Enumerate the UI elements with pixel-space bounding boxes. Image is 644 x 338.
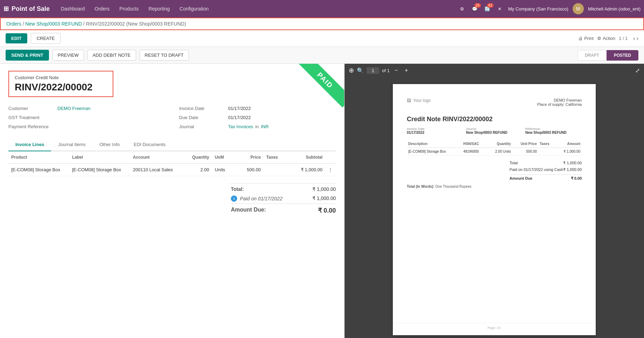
topbar-right: ⚙ 💬 26 🔄 43 ✕ My Company (San Francisco)… (458, 3, 641, 14)
tab-edi-documents[interactable]: EDI Documents (127, 138, 172, 151)
due-date-value: 01/17/2022 (228, 115, 251, 120)
pdf-page-input[interactable]: 1 (367, 67, 379, 74)
prev-page-button[interactable]: ‹ (633, 35, 635, 42)
pdf-company-name: DEMO Freeman (537, 98, 582, 102)
pdf-title: Credit Note RINV/2022/00002 (407, 116, 582, 123)
amount-due-value: ₹ 0.00 (318, 207, 336, 214)
pdf-meta: Invoice Date: 01/17/2022 Source: New Sho… (407, 127, 582, 134)
customer-value[interactable]: DEMO Freeman (57, 106, 91, 111)
cell-label: [E-COM08] Storage Box (69, 164, 130, 176)
pdf-words-in-words: Total (In Words): One Thousand Rupees (407, 182, 582, 188)
total-value: ₹ 1,000.00 (312, 186, 336, 192)
pdf-amount-due-value: ₹ 0.00 (571, 176, 582, 181)
pdf-zoom-in-button[interactable]: + (403, 67, 410, 74)
settings-icon[interactable]: ⚙ (458, 5, 466, 13)
cell-row-actions[interactable]: ⋮ (325, 164, 336, 176)
pdf-words-value: One Thousand Rupees (435, 185, 471, 188)
breadcrumb-orders[interactable]: Orders (6, 21, 21, 27)
table-row: [E-COM08] Storage Box [E-COM08] Storage … (8, 164, 336, 176)
form-panel: PAID Customer Credit Note RINV/2022/0000… (0, 64, 345, 338)
total-row: Total: ₹ 1,000.00 (231, 183, 336, 194)
paid-label: Paid on 01/17/2022 (240, 196, 282, 201)
breadcrumb-shop[interactable]: New Shop/0003 REFUND (25, 21, 82, 27)
nav-reporting[interactable]: Reporting (144, 4, 174, 14)
pdf-toolbar: ⊕ 🔍 1 of 1 − + ⤢ (345, 64, 644, 77)
pdf-copy-icon[interactable]: ⊕ (349, 67, 354, 74)
pdf-page-total: of 1 (382, 68, 390, 73)
pdf-cell-qty: 2.00 Units (487, 148, 512, 156)
action-button[interactable]: ⚙ Action (597, 36, 615, 41)
journal-currency[interactable]: INR (261, 124, 269, 129)
col-header-account: Account (130, 151, 184, 164)
messages-icon[interactable]: 💬 26 (470, 5, 479, 13)
col-header-subtotal: Subtotal (291, 151, 325, 164)
form-fields: Customer DEMO Freeman GST Treatment Paym… (8, 104, 336, 131)
user-avatar[interactable]: M (573, 3, 584, 14)
pdf-col-qty: Quantity (487, 140, 512, 148)
col-header-actions (325, 151, 336, 164)
due-date-row: Due Date 01/17/2022 (179, 113, 336, 122)
due-date-label: Due Date (179, 115, 228, 120)
nav-dashboard[interactable]: Dashboard (57, 4, 89, 14)
create-button[interactable]: CREATE (31, 33, 61, 44)
invoice-date-row: Invoice Date 01/17/2022 (179, 104, 336, 113)
pdf-cell-desc: [E-COM08] Storage Box (407, 148, 462, 156)
messages-badge: 26 (474, 3, 481, 8)
info-icon[interactable]: i (231, 195, 237, 202)
cell-product[interactable]: [E-COM08] Storage Box (8, 164, 69, 176)
pdf-paid-row: Paid on 01/17/2022 using Cash ₹ 1,000.00 (510, 166, 582, 173)
breadcrumb-current: RINV/2022/00002 (New Shop/0003 REFUND) (86, 21, 186, 27)
journal-label: Journal (179, 124, 228, 129)
col-header-uom: UoM (212, 151, 236, 164)
pdf-paid-value: ₹ 1,000.00 (563, 167, 582, 172)
send-print-button[interactable]: SEND & PRINT (6, 50, 49, 61)
pdf-inv-date-label: Invoice Date: (407, 127, 463, 131)
col-header-product: Product (8, 151, 69, 164)
gear-icon: ⚙ (597, 36, 601, 41)
pdf-paid-label: Paid on 01/17/2022 using Cash (510, 167, 564, 172)
invoice-date-label: Invoice Date (179, 106, 228, 111)
reset-draft-button[interactable]: RESET TO DRAFT (140, 50, 189, 61)
invoice-date-value: 01/17/2022 (228, 106, 251, 111)
nav-configuration[interactable]: Configuration (175, 4, 213, 14)
pdf-totals-section: Total ₹ 1,000.00 Paid on 01/17/2022 usin… (407, 160, 582, 188)
status-draft[interactable]: DRAFT (578, 50, 607, 61)
nav-products[interactable]: Products (115, 4, 143, 14)
cell-subtotal: ₹ 1,000.00 (291, 164, 325, 176)
action-bar: EDIT CREATE 🖨 Print ⚙ Action 1 / 1 ‹ › (0, 30, 644, 47)
payment-reference-row: Payment Reference (8, 122, 165, 131)
pdf-logo-icon: 🖼 (407, 98, 411, 103)
tab-journal-items[interactable]: Journal Items (51, 138, 92, 151)
edit-button[interactable]: EDIT (6, 33, 27, 43)
pdf-zoom-out-button[interactable]: − (392, 67, 400, 74)
add-debit-note-button[interactable]: ADD DEBIT NOTE (87, 50, 136, 61)
amount-due-row: Amount Due: ₹ 0.00 (231, 204, 336, 216)
pdf-total-value: ₹ 1,000.00 (563, 161, 582, 165)
journal-row: Journal Tax Invoices in INR (179, 122, 336, 131)
cell-uom: Units (212, 164, 236, 176)
print-button[interactable]: 🖨 Print (578, 36, 594, 41)
app-logo[interactable]: ⊞ Point of Sale (3, 5, 50, 13)
pdf-table-row: [E-COM08] Storage Box 48196000 2.00 Unit… (407, 148, 582, 156)
pdf-reference-label: Reference: (525, 127, 582, 131)
status-posted[interactable]: POSTED (607, 50, 638, 61)
main-layout: PAID Customer Credit Note RINV/2022/0000… (0, 64, 644, 338)
breadcrumb: Orders / New Shop/0003 REFUND / RINV/202… (0, 18, 644, 30)
gst-label: GST Treatment (8, 115, 57, 120)
nav-orders[interactable]: Orders (91, 4, 114, 14)
pdf-col-amount: Amount (555, 140, 582, 148)
col-header-taxes: Taxes (263, 151, 291, 164)
updates-icon[interactable]: 🔄 43 (483, 5, 491, 13)
next-page-button[interactable]: › (637, 35, 638, 42)
grid-icon: ⊞ (3, 5, 9, 13)
tab-other-info[interactable]: Other Info (92, 138, 127, 151)
pdf-search-icon[interactable]: 🔍 (357, 67, 364, 74)
pdf-inv-date-value: 01/17/2022 (407, 131, 463, 134)
tab-invoice-lines[interactable]: Invoice Lines (8, 138, 51, 151)
pdf-col-price: Unit Price (512, 140, 538, 148)
close-icon[interactable]: ✕ (496, 5, 504, 13)
credit-note-type-label: Customer Credit Note (15, 75, 107, 80)
preview-button[interactable]: PREVIEW (52, 50, 84, 61)
journal-value[interactable]: Tax Invoices (228, 124, 253, 129)
pdf-expand-icon[interactable]: ⤢ (635, 67, 640, 74)
